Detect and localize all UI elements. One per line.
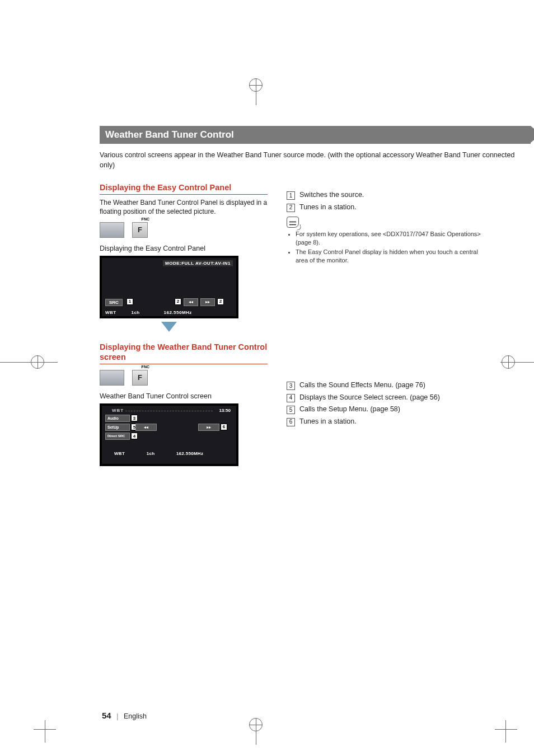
device-thumb xyxy=(100,370,124,386)
numbox: 2 xyxy=(287,204,295,212)
band-label: WBT xyxy=(114,451,125,456)
callout-2: 2 xyxy=(175,298,181,305)
callout-3: 3 xyxy=(131,415,138,421)
time-label: 13:50 xyxy=(219,408,231,413)
numbox: 3 xyxy=(287,382,295,390)
numbox: 6 xyxy=(287,418,295,426)
channel-label: 1ch xyxy=(131,310,139,315)
freq-label: 162.550MHz xyxy=(163,310,191,315)
callout-text: Calls the Setup Menu. (page 58) xyxy=(299,405,400,415)
setup-button[interactable]: SetUp xyxy=(105,424,130,431)
fnc-label: FNC xyxy=(142,365,149,369)
seek-prev-button[interactable]: ◂◂ xyxy=(135,424,157,431)
note-item: For system key operations, see <DDX7017/… xyxy=(296,230,488,247)
page-title: Weather Band Tuner Control xyxy=(100,126,531,144)
crop-line xyxy=(34,729,56,730)
intro-text: Various control screens appear in the We… xyxy=(100,151,525,170)
callout-text: Tunes in a station. xyxy=(299,417,357,427)
callout-6: 6 xyxy=(221,424,227,430)
device-thumbnails: FNC F xyxy=(100,222,268,238)
section-desc: The Weather Band Tuner Control Panel is … xyxy=(100,198,268,216)
fnc-button-thumb: FNC F xyxy=(132,222,148,238)
audio-button[interactable]: Audio xyxy=(105,415,130,422)
fnc-label: FNC xyxy=(142,217,149,221)
device-thumbnails: FNC F xyxy=(100,370,268,386)
f-label: F xyxy=(138,373,142,382)
callout-2: 2 xyxy=(217,298,224,305)
footer-lang: English xyxy=(124,712,147,720)
callout-text: Tunes in a station. xyxy=(299,203,357,213)
page-number: 54 xyxy=(102,711,111,720)
callout-text: Displays the Source Select screen. (page… xyxy=(299,393,440,403)
crop-line xyxy=(45,720,45,743)
registration-mark-bottom xyxy=(249,718,276,745)
registration-mark-left xyxy=(31,355,58,382)
crop-line xyxy=(0,362,56,363)
footer-sep: | xyxy=(116,712,118,720)
band-label: WBT xyxy=(105,310,116,315)
screenshot-caption: Weather Band Tuner Control screen xyxy=(100,392,268,400)
crop-line xyxy=(505,720,506,743)
callout-4: 4 xyxy=(131,433,138,439)
callout-list-1: 1 Switches the source. 2 Tunes in a stat… xyxy=(287,190,488,212)
numbox: 4 xyxy=(287,394,295,402)
easy-control-panel-screenshot: MODE:FULL AV-OUT:AV-IN1 SRC 1 2 ◂◂ ▸▸ 2 … xyxy=(100,256,238,318)
mode-strip: MODE:FULL AV-OUT:AV-IN1 xyxy=(163,260,233,266)
screenshot-caption: Displaying the Easy Control Panel xyxy=(100,245,268,252)
section-heading-control-screen: Displaying the Weather Band Tuner Contro… xyxy=(100,342,268,364)
direct-src-button[interactable]: Direct SRC xyxy=(105,433,130,440)
callout-text: Calls the Sound Effects Menu. (page 76) xyxy=(299,381,425,391)
wbt-control-screenshot: WBT 13:50 Audio 3 SetUp 5 6 Direct SRC xyxy=(100,403,238,466)
seek-next-button[interactable]: ▸▸ xyxy=(198,424,219,431)
section-heading-easy-panel: Displaying the Easy Control Panel xyxy=(100,182,268,195)
numbox: 5 xyxy=(287,406,295,414)
down-arrow-icon xyxy=(161,322,177,332)
note-icon: ▂▂▂▂▂▂ xyxy=(287,217,299,228)
wbt-top-label: WBT xyxy=(112,408,124,413)
crop-line xyxy=(495,729,517,730)
registration-mark-top xyxy=(249,78,276,105)
dash-line xyxy=(125,411,213,411)
f-label: F xyxy=(138,226,142,234)
notes-list: For system key operations, see <DDX7017/… xyxy=(287,230,488,264)
callout-1: 1 xyxy=(127,298,133,305)
callout-list-2: 3 Calls the Sound Effects Menu. (page 76… xyxy=(287,381,488,426)
status-line: WBT 1ch 162.550MHz xyxy=(105,310,192,315)
seek-next-button[interactable]: ▸▸ xyxy=(200,298,215,306)
page-footer: 54 | English xyxy=(102,711,147,720)
status-line: WBT 1ch 162.550MHz xyxy=(114,451,203,456)
numbox: 1 xyxy=(287,191,295,200)
seek-prev-button[interactable]: ◂◂ xyxy=(184,298,198,306)
note-item: The Easy Control Panel display is hidden… xyxy=(296,248,488,265)
freq-label: 162.550MHz xyxy=(176,451,203,456)
callout-text: Switches the source. xyxy=(299,190,364,200)
device-thumb xyxy=(100,222,124,238)
src-button[interactable]: SRC xyxy=(105,299,123,306)
channel-label: 1ch xyxy=(147,451,155,456)
fnc-button-thumb: FNC F xyxy=(132,370,148,386)
